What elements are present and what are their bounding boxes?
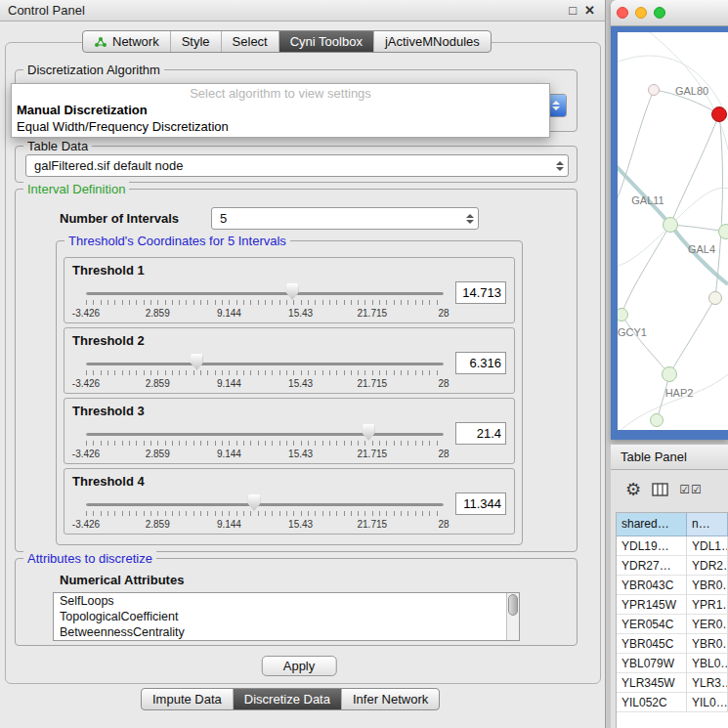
- network-node[interactable]: [648, 84, 660, 96]
- algorithm-group-title: Discretization Algorithm: [23, 63, 164, 77]
- table-cell[interactable]: YBL0…: [687, 654, 728, 673]
- network-view-window: GAL80GAL11GAL4GCY1HAP2: [611, 0, 728, 440]
- tab-cyni-toolbox[interactable]: Cyni Toolbox: [278, 31, 373, 52]
- slider-track[interactable]: [86, 292, 444, 295]
- threshold-value-input[interactable]: [455, 422, 506, 445]
- thresholds-group-title: Threshold's Coordinates for 5 Intervals: [64, 234, 290, 248]
- table-cell[interactable]: YDL1…: [687, 536, 728, 556]
- gear-icon[interactable]: ⚙: [625, 481, 641, 498]
- table-data-dropdown[interactable]: galFiltered.sif default node: [25, 154, 569, 177]
- table-data-group: Table Data galFiltered.sif default node: [15, 146, 578, 183]
- threshold-slider[interactable]: -3.4262.8599.14415.4321.71528: [86, 354, 444, 393]
- table-cell[interactable]: YBR0…: [687, 576, 728, 595]
- table-row[interactable]: YBL079WYBL0…: [617, 654, 728, 673]
- network-node[interactable]: [650, 413, 664, 427]
- slider-scale-label: 15.43: [288, 519, 313, 530]
- column-header-shared-name[interactable]: shared…: [617, 513, 687, 536]
- tab-network[interactable]: Network: [83, 31, 170, 52]
- num-intervals-dropdown[interactable]: 5: [211, 207, 479, 230]
- network-node[interactable]: [718, 224, 728, 239]
- network-canvas[interactable]: GAL80GAL11GAL4GCY1HAP2: [618, 32, 728, 430]
- tab-label: jActiveMNodules: [385, 34, 480, 49]
- table-cell[interactable]: YER0…: [687, 615, 728, 634]
- algorithm-dropdown-popup: Select algorithm to view settings Manual…: [11, 83, 550, 138]
- threshold-value-input[interactable]: [455, 281, 506, 304]
- dropdown-arrows-icon[interactable]: [461, 208, 478, 229]
- table-cell[interactable]: YBR0…: [687, 634, 728, 654]
- table-data-label: Table Data: [23, 139, 92, 153]
- table-cell[interactable]: YLR3…: [687, 673, 728, 693]
- tab-select[interactable]: Select: [221, 31, 278, 52]
- tab-discretize-data[interactable]: Discretize Data: [233, 689, 341, 709]
- slider-thumb[interactable]: [363, 424, 375, 441]
- table-row[interactable]: YBR045CYBR0…: [617, 634, 728, 654]
- threshold-slider[interactable]: -3.4262.8599.14415.4321.71528: [86, 283, 444, 322]
- network-node[interactable]: [708, 291, 722, 305]
- attribute-list-item[interactable]: TopologicalCoefficient: [54, 609, 519, 624]
- close-button[interactable]: ✕: [584, 1, 595, 21]
- network-node[interactable]: [663, 217, 678, 233]
- attribute-list-item[interactable]: BetweennessCentrality: [54, 624, 519, 640]
- table-cell[interactable]: YBR043C: [617, 576, 687, 595]
- slider-track[interactable]: [86, 503, 444, 506]
- table-data-dropdown-value: galFiltered.sif default node: [26, 158, 551, 173]
- slider-ticks: [86, 370, 444, 375]
- table-cell[interactable]: YDR2…: [687, 556, 728, 576]
- slider-track[interactable]: [86, 363, 444, 365]
- table-cell[interactable]: YBL079W: [617, 654, 687, 673]
- attributes-group: Attributes to discretize Numerical Attri…: [15, 558, 578, 646]
- apply-button[interactable]: Apply: [262, 656, 337, 676]
- slider-thumb[interactable]: [191, 354, 203, 370]
- interval-definition-title: Interval Definition: [23, 182, 129, 196]
- table-row[interactable]: YPR145WYPR1…: [617, 595, 728, 615]
- attributes-list[interactable]: SelfLoopsTopologicalCoefficientBetweenne…: [53, 592, 520, 641]
- table-cell[interactable]: YDR27…: [617, 556, 687, 576]
- table-cell[interactable]: YIL052C: [617, 693, 687, 712]
- slider-scale-label: 21.715: [358, 378, 388, 389]
- table-row[interactable]: YER054CYER0…: [617, 615, 728, 634]
- float-window-button[interactable]: □: [569, 1, 577, 21]
- list-scrollbar[interactable]: [506, 593, 519, 640]
- table-row[interactable]: YDL19…YDL1…: [617, 536, 728, 556]
- dropdown-option-manual[interactable]: Manual Discretization: [12, 102, 549, 118]
- table-cell[interactable]: YDL19…: [617, 536, 687, 556]
- tab-jactivemnodules[interactable]: jActiveMNodules: [373, 31, 491, 52]
- table-row[interactable]: YLR345WYLR3…: [617, 673, 728, 693]
- table-row[interactable]: YIL052CYIL0…: [617, 693, 728, 712]
- table-cell[interactable]: YPR1…: [687, 595, 728, 615]
- table-cell[interactable]: YBR045C: [617, 634, 687, 654]
- scrollbar-thumb[interactable]: [508, 594, 518, 616]
- slider-thumb[interactable]: [248, 494, 261, 511]
- threshold-slider[interactable]: -3.4262.8599.14415.4321.71528: [86, 424, 444, 463]
- table-cell[interactable]: YPR145W: [617, 595, 687, 615]
- network-node[interactable]: [711, 107, 727, 122]
- threshold-value-input[interactable]: [455, 352, 506, 374]
- table-cell[interactable]: YLR345W: [617, 673, 687, 693]
- slider-scale-label: 15.43: [288, 378, 313, 389]
- threshold-value-input[interactable]: [455, 492, 506, 515]
- window-title: Control Panel: [0, 3, 85, 18]
- table-cell[interactable]: YER054C: [617, 615, 687, 634]
- select-columns-icon[interactable]: ☑☑: [679, 483, 703, 496]
- control-panel-titlebar: Control Panel □ ✕: [0, 0, 605, 21]
- minimize-light[interactable]: [635, 7, 647, 19]
- columns-icon[interactable]: [652, 483, 668, 496]
- zoom-light[interactable]: [654, 7, 665, 19]
- tab-style[interactable]: Style: [170, 31, 221, 52]
- dropdown-arrows-icon[interactable]: [551, 155, 568, 176]
- column-header-name[interactable]: n…: [687, 513, 728, 536]
- slider-track[interactable]: [86, 433, 444, 436]
- table-cell[interactable]: YIL0…: [687, 693, 728, 712]
- tab-infer-network[interactable]: Infer Network: [341, 689, 439, 709]
- close-light[interactable]: [617, 7, 628, 19]
- table-row[interactable]: YDR27…YDR2…: [617, 556, 728, 576]
- attribute-list-item[interactable]: SelfLoops: [54, 593, 519, 609]
- slider-thumb[interactable]: [286, 283, 299, 300]
- table-row[interactable]: YBR043CYBR0…: [617, 576, 728, 595]
- network-node-label: GAL4: [688, 243, 715, 255]
- network-node[interactable]: [662, 366, 677, 382]
- threshold-slider[interactable]: -3.4262.8599.14415.4321.71528: [86, 494, 444, 534]
- tab-impute-data[interactable]: Impute Data: [142, 689, 233, 709]
- dropdown-option-equal-width[interactable]: Equal Width/Frequency Discretization: [12, 118, 549, 135]
- dropdown-placeholder-option[interactable]: Select algorithm to view settings: [12, 84, 549, 102]
